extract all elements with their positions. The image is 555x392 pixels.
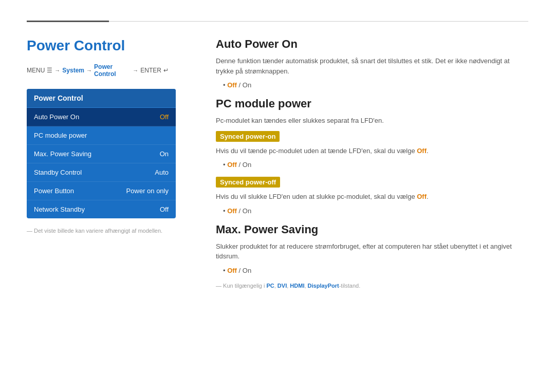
power-control-menu: Power Control Auto Power On Off PC modul… <box>27 89 176 218</box>
enter-icon: ↵ <box>163 67 169 74</box>
synced-power-off-label: Synced power-off <box>216 177 280 188</box>
max-power-saving-note: Kun tilgængelig i PC, DVI, HDMI, Display… <box>216 283 528 289</box>
synced-power-on-label: Synced power-on <box>216 131 280 142</box>
synced-power-on-block: Synced power-on Hvis du vil tænde pc-mod… <box>216 131 528 169</box>
menu-header: Power Control <box>27 89 176 108</box>
page-title: Power Control <box>27 38 169 54</box>
breadcrumb-system[interactable]: System <box>62 67 84 74</box>
max-power-saving-desc: Slukker produktet for at reducere strømf… <box>216 241 528 262</box>
section-pc-module: PC module power Pc-modulet kan tændes el… <box>216 97 528 215</box>
max-power-off: Off <box>227 267 237 274</box>
breadcrumb-power-control[interactable]: Power Control <box>94 63 131 78</box>
synced-off-off-highlight: Off <box>417 193 427 200</box>
breadcrumb-enter: ENTER <box>140 67 161 74</box>
synced-power-on-desc: Hvis du vil tænde pc-modulet uden at tæn… <box>216 146 528 156</box>
synced-power-on-options: Off / On <box>223 161 528 169</box>
pc-module-desc: Pc-modulet kan tændes eller slukkes sepa… <box>216 116 528 126</box>
auto-power-on-desc: Denne funktion tænder automatisk produkt… <box>216 56 528 76</box>
footnote: Det viste billede kan variere afhængigt … <box>27 228 169 234</box>
auto-power-on-title: Auto Power On <box>216 38 528 51</box>
menu-item-auto-power-on[interactable]: Auto Power On Off <box>27 108 176 126</box>
max-power-saving-options: Off / On <box>223 267 528 274</box>
breadcrumb-menu: MENU <box>27 67 45 74</box>
auto-power-on-options: Off / On <box>223 81 528 89</box>
menu-item-power-button-value: Power on only <box>126 187 169 195</box>
note-displayport: DisplayPort <box>308 283 339 289</box>
menu-item-network-standby[interactable]: Network Standby Off <box>27 200 176 218</box>
synced-on-off-highlight: Off <box>417 147 427 155</box>
synced-power-off-desc: Hvis du vil slukke LFD'en uden at slukke… <box>216 192 528 202</box>
menu-item-standby-value: Auto <box>155 169 169 176</box>
note-hdmi: HDMI <box>290 283 304 289</box>
max-power-saving-title: Max. Power Saving <box>216 223 528 236</box>
menu-item-network-standby-label: Network Standby <box>34 206 85 213</box>
section-auto-power-on: Auto Power On Denne funktion tænder auto… <box>216 38 528 89</box>
synced-power-off-options: Off / On <box>223 207 528 215</box>
section-max-power-saving: Max. Power Saving Slukker produktet for … <box>216 223 528 289</box>
menu-item-power-button[interactable]: Power Button Power on only <box>27 182 176 200</box>
menu-item-max-power-label: Max. Power Saving <box>34 150 91 158</box>
auto-power-on-off: Off <box>227 81 237 89</box>
menu-item-max-power[interactable]: Max. Power Saving On <box>27 145 176 163</box>
menu-item-power-button-label: Power Button <box>34 187 74 195</box>
note-pc: PC <box>266 283 274 289</box>
synced-power-off-block: Synced power-off Hvis du vil slukke LFD'… <box>216 177 528 215</box>
menu-icon: ☰ <box>47 67 52 74</box>
note-dvi: DVI <box>278 283 287 289</box>
menu-item-pc-module-label: PC module power <box>34 132 87 139</box>
synced-off-off: Off <box>227 207 237 215</box>
menu-item-max-power-value: On <box>160 150 169 158</box>
menu-item-network-standby-value: Off <box>160 206 169 213</box>
pc-module-title: PC module power <box>216 97 528 110</box>
synced-on-off: Off <box>227 161 237 169</box>
menu-item-standby-label: Standby Control <box>34 169 82 176</box>
menu-item-auto-power-on-value: Off <box>160 113 169 121</box>
breadcrumb: MENU ☰ → System → Power Control → ENTER … <box>27 63 169 78</box>
menu-item-auto-power-on-label: Auto Power On <box>34 113 79 121</box>
menu-item-pc-module[interactable]: PC module power <box>27 126 176 145</box>
menu-item-standby[interactable]: Standby Control Auto <box>27 163 176 182</box>
